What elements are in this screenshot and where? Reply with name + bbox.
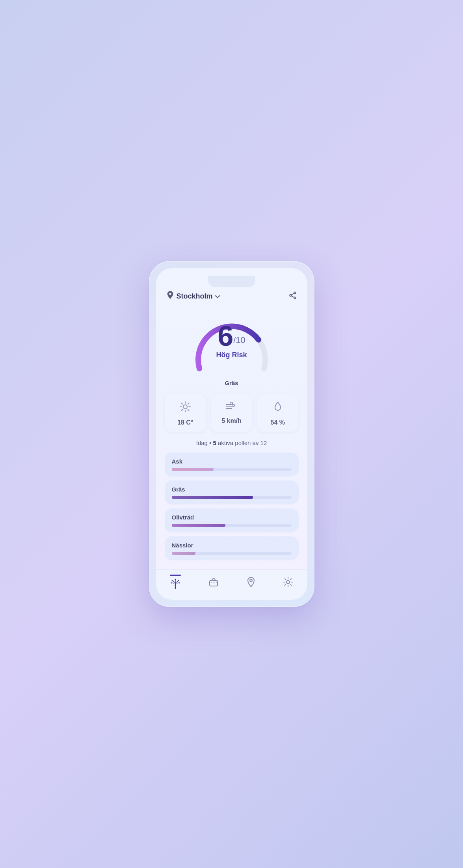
phone-screen: Stockholm xyxy=(156,268,307,600)
svg-line-23 xyxy=(172,583,174,583)
svg-point-24 xyxy=(171,582,172,584)
gauge-max: /10 xyxy=(233,335,245,345)
pollen-bar-track-ask xyxy=(172,468,292,471)
pollen-summary-pre: Idag • xyxy=(196,440,213,446)
pollen-bar-track-nasslor xyxy=(172,552,292,555)
pollen-name-ask: Ask xyxy=(172,458,292,465)
svg-line-10 xyxy=(182,403,183,404)
pollen-item-olivtrad: Olivträd xyxy=(165,508,299,532)
pollen-name-olivtrad: Olivträd xyxy=(172,514,292,521)
pollen-bar-fill-gras xyxy=(172,496,253,499)
location-pin-icon xyxy=(166,291,174,302)
svg-line-3 xyxy=(291,293,294,295)
weather-cards: 18 C° 5 km/h xyxy=(165,394,299,432)
dandelion-icon xyxy=(169,577,181,592)
weather-card-temperature: 18 C° xyxy=(165,394,206,432)
drop-icon xyxy=(273,401,282,415)
share-icon[interactable] xyxy=(288,291,297,302)
svg-point-0 xyxy=(294,292,296,294)
svg-point-26 xyxy=(179,582,180,584)
chevron-down-icon[interactable] xyxy=(215,293,220,300)
nav-item-settings[interactable] xyxy=(283,577,294,590)
pollen-item-nasslor: Nässlor xyxy=(165,536,299,560)
humidity-value: 54 % xyxy=(271,419,285,426)
pollen-type-label: Gräs xyxy=(225,380,238,386)
nav-active-indicator xyxy=(170,575,181,576)
gauge-risk-label: Hög Risk xyxy=(216,351,247,359)
svg-point-16 xyxy=(175,582,176,584)
gauge-score: 6 xyxy=(218,320,233,352)
svg-line-19 xyxy=(173,581,175,582)
svg-line-21 xyxy=(176,581,178,582)
header: Stockholm xyxy=(165,291,299,302)
svg-line-11 xyxy=(188,410,189,411)
pollen-name-nasslor: Nässlor xyxy=(172,542,292,549)
temperature-value: 18 C° xyxy=(177,419,193,426)
sun-icon xyxy=(180,401,191,415)
notch xyxy=(208,276,255,287)
gauge-wrapper: 6/10 Hög Risk xyxy=(188,306,275,377)
svg-line-12 xyxy=(188,403,189,404)
phone-frame: Stockholm xyxy=(149,261,314,607)
gauge-section: 6/10 Hög Risk Gräs xyxy=(165,306,299,386)
nav-item-shop[interactable] xyxy=(208,577,219,590)
pollen-summary: Idag • 5 aktiva pollen av 12 xyxy=(165,440,299,446)
pollen-item-ask: Ask xyxy=(165,453,299,477)
svg-point-20 xyxy=(171,580,173,581)
svg-point-18 xyxy=(175,579,176,580)
pollen-bar-track-olivtrad xyxy=(172,524,292,527)
weather-card-wind: 5 km/h xyxy=(211,394,252,432)
location-name: Stockholm xyxy=(177,292,213,300)
svg-point-22 xyxy=(178,580,179,581)
pollen-summary-post: aktiva pollen av 12 xyxy=(216,440,267,446)
pollen-name-gras: Gräs xyxy=(172,486,292,493)
svg-point-1 xyxy=(290,295,292,297)
svg-rect-27 xyxy=(210,581,218,586)
gear-icon xyxy=(283,577,294,590)
bottom-nav xyxy=(156,569,307,600)
svg-point-29 xyxy=(286,581,290,584)
pollen-bar-fill-ask xyxy=(172,468,214,471)
pollen-item-gras: Gräs xyxy=(165,480,299,504)
map-pin-icon xyxy=(246,577,256,590)
bag-icon xyxy=(208,577,219,590)
pollen-active-count: 5 xyxy=(213,440,216,446)
svg-point-5 xyxy=(183,405,187,409)
pollen-bar-fill-nasslor xyxy=(172,552,196,555)
wind-value: 5 km/h xyxy=(221,417,242,425)
nav-item-map[interactable] xyxy=(246,577,256,590)
gauge-center: 6/10 Hög Risk xyxy=(216,322,247,359)
pollen-list: Ask Gräs Olivträd Nässlor xyxy=(165,453,299,560)
wind-icon xyxy=(225,401,237,414)
pollen-bar-track-gras xyxy=(172,496,292,499)
svg-line-25 xyxy=(177,583,179,583)
nav-item-home[interactable] xyxy=(169,575,181,592)
svg-line-13 xyxy=(182,410,183,411)
pollen-bar-fill-olivtrad xyxy=(172,524,226,527)
location-group[interactable]: Stockholm xyxy=(166,291,220,302)
svg-line-4 xyxy=(291,296,294,297)
weather-card-humidity: 54 % xyxy=(257,394,298,432)
svg-point-2 xyxy=(294,297,296,299)
